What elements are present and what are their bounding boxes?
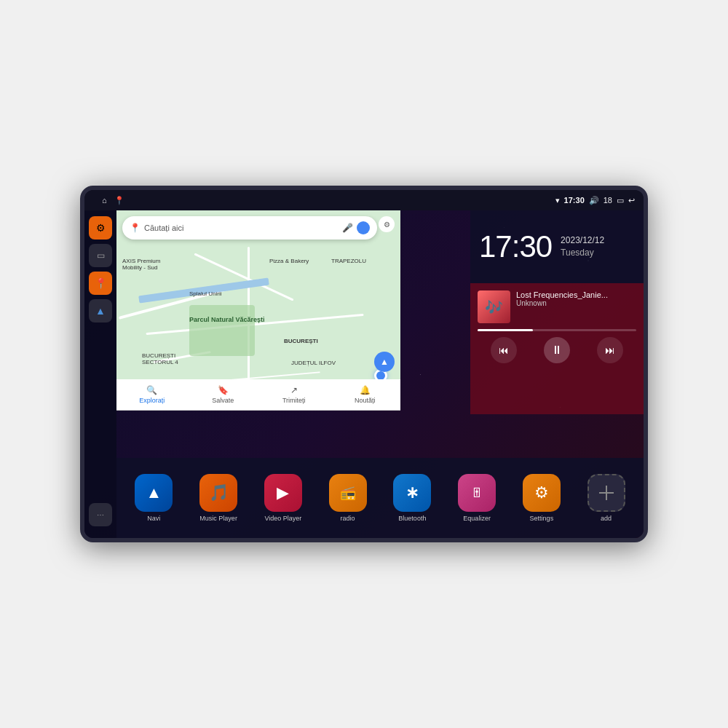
sidebar-maps-btn[interactable]: 📍: [89, 272, 112, 295]
map-nav-saved[interactable]: 🔖 Salvate: [188, 385, 259, 404]
music-controls: ⏮ ⏸ ⏭: [478, 337, 636, 363]
music-progress-fill: [478, 329, 533, 331]
map-search-text[interactable]: Căutați aici: [144, 223, 338, 232]
status-bar: ⌂ 📍 ▾ 17:30 🔊 18 ▭ ↩: [84, 190, 644, 210]
navi-icon: ▲: [135, 474, 173, 512]
music-title: Lost Frequencies_Janie...: [516, 290, 636, 299]
music-progress-bar[interactable]: [478, 329, 636, 331]
add-app-icon: [587, 474, 625, 512]
voice-search-icon[interactable]: 🎤: [342, 223, 352, 233]
home-icon[interactable]: ⌂: [102, 196, 107, 205]
app-video-label: Video Player: [264, 515, 301, 522]
app-settings[interactable]: ⚙ Settings: [512, 474, 572, 522]
app-navi[interactable]: ▲ Navi: [124, 474, 184, 522]
clock-day: Tuesday: [561, 247, 604, 259]
map-nav-send-label: Trimiteți: [282, 397, 306, 404]
map-nav-news[interactable]: 🔔 Noutăți: [330, 385, 401, 404]
map-bottom-nav: 🔍 Explorați 🔖 Salvate ↗ Trimiteți 🔔 Nout…: [116, 379, 400, 410]
music-prev-btn[interactable]: ⏮: [491, 337, 517, 363]
sidebar-files-btn[interactable]: ▭: [89, 244, 112, 267]
app-navi-label: Navi: [147, 515, 160, 522]
sidebar-nav-btn[interactable]: ▲: [89, 299, 112, 323]
music-details: Lost Frequencies_Janie... Unknown: [516, 290, 636, 307]
news-icon: 🔔: [360, 385, 371, 395]
app-music-label: Music Player: [199, 515, 237, 522]
app-bluetooth-label: Bluetooth: [398, 515, 426, 522]
map-nav-saved-label: Salvate: [212, 397, 234, 404]
map-settings-btn[interactable]: ⚙: [379, 216, 395, 232]
sidebar-apps-btn[interactable]: ⋯: [89, 503, 112, 526]
app-video-player[interactable]: ▶ Video Player: [253, 474, 314, 522]
status-right-icons: ▾ 17:30 🔊 18 ▭ ↩: [555, 196, 635, 205]
map-search-bar[interactable]: 📍 Căutați aici 🎤: [122, 216, 377, 240]
radio-icon: 📻: [329, 474, 367, 512]
clock-date-value: 2023/12/12: [561, 234, 604, 247]
app-equalizer-label: Equalizer: [463, 515, 491, 522]
app-equalizer[interactable]: 🎚 Equalizer: [447, 474, 507, 522]
app-music-player[interactable]: 🎵 Music Player: [189, 474, 249, 522]
equalizer-icon: 🎚: [458, 474, 496, 512]
map-label-pizza: Pizza & Bakery: [269, 258, 309, 264]
right-panel: 17:30 2023/12/12 Tuesday 🎶 Lost Frequenc…: [470, 210, 644, 414]
map-label-axis: AXIS PremiumMobility - Sud: [122, 258, 160, 271]
bluetooth-icon: ∗: [393, 474, 431, 512]
map-nav-send[interactable]: ↗ Trimiteți: [258, 385, 330, 404]
wifi-icon: ▾: [555, 196, 560, 205]
battery-icon: ▭: [617, 196, 624, 205]
app-bluetooth[interactable]: ∗ Bluetooth: [382, 474, 443, 522]
app-settings-label: Settings: [530, 515, 554, 522]
video-player-icon: ▶: [264, 474, 302, 512]
music-pause-btn[interactable]: ⏸: [544, 337, 570, 363]
map-area[interactable]: AXIS PremiumMobility - Sud Splalul Uniri…: [116, 210, 400, 411]
music-next-btn[interactable]: ⏭: [597, 337, 623, 363]
music-panel: 🎶 Lost Frequencies_Janie... Unknown ⏮ ⏸ …: [470, 283, 644, 414]
map-icon: 📍: [95, 277, 107, 289]
back-icon[interactable]: ↩: [628, 196, 635, 205]
app-add-label: add: [601, 515, 612, 522]
clock-time: 17:30: [479, 229, 552, 264]
sidebar-settings-btn[interactable]: ⚙: [89, 216, 112, 240]
clock-panel: 17:30 2023/12/12 Tuesday: [470, 210, 644, 283]
nav-icon: ▲: [95, 305, 106, 317]
volume-icon: 🔊: [589, 196, 599, 205]
saved-icon: 🔖: [218, 385, 229, 395]
google-maps-icon: 📍: [130, 223, 140, 233]
map-label-sector: BUCUREȘTISECTORUL 4: [142, 352, 178, 365]
map-label-buc: BUCUREȘTI: [284, 338, 318, 344]
main-content: ⚙ ▭ 📍 ▲ ⋯: [84, 210, 644, 538]
map-label-trapez: TRAPEZOLU: [331, 258, 366, 264]
map-nav-explore[interactable]: 🔍 Explorați: [116, 385, 188, 404]
app-radio[interactable]: 📻 radio: [317, 474, 378, 522]
music-album-art: 🎶: [478, 290, 510, 323]
map-nav-explore-label: Explorați: [139, 397, 165, 404]
clock-date: 2023/12/12 Tuesday: [561, 234, 604, 259]
map-label-jud: JUDEȚUL ILFOV: [291, 360, 336, 366]
music-player-icon: 🎵: [199, 474, 237, 512]
apps-grid-icon: ⋯: [97, 511, 104, 519]
sidebar: ⚙ ▭ 📍 ▲ ⋯: [84, 210, 116, 538]
map-account-icon[interactable]: [357, 221, 370, 234]
device-frame: ⌂ 📍 ▾ 17:30 🔊 18 ▭ ↩ ⚙: [80, 186, 648, 542]
map-navigate-btn[interactable]: ▲: [374, 352, 395, 372]
status-left-icons: ⌂ 📍: [93, 190, 133, 210]
map-nav-news-label: Noutăți: [355, 397, 376, 404]
explore-icon: 🔍: [146, 385, 157, 395]
settings-app-icon: ⚙: [523, 474, 561, 512]
status-time: 17:30: [564, 196, 585, 205]
map-status-icon[interactable]: 📍: [114, 196, 124, 205]
app-grid: ▲ Navi 🎵 Music Player ▶ Video Player 📻: [116, 458, 644, 538]
app-add[interactable]: add: [576, 474, 636, 522]
music-artist: Unknown: [516, 299, 636, 307]
send-icon: ↗: [290, 385, 298, 395]
map-label-parcul: Parcul Natural Văcărești: [189, 316, 265, 323]
files-icon: ▭: [97, 250, 105, 261]
battery-level: 18: [604, 196, 612, 205]
settings-icon: ⚙: [96, 222, 106, 234]
add-svg-icon: [596, 483, 617, 503]
music-info: 🎶 Lost Frequencies_Janie... Unknown: [478, 290, 636, 323]
app-radio-label: radio: [341, 515, 355, 522]
map-label-splaiul: Splalul Unirii: [189, 290, 221, 297]
